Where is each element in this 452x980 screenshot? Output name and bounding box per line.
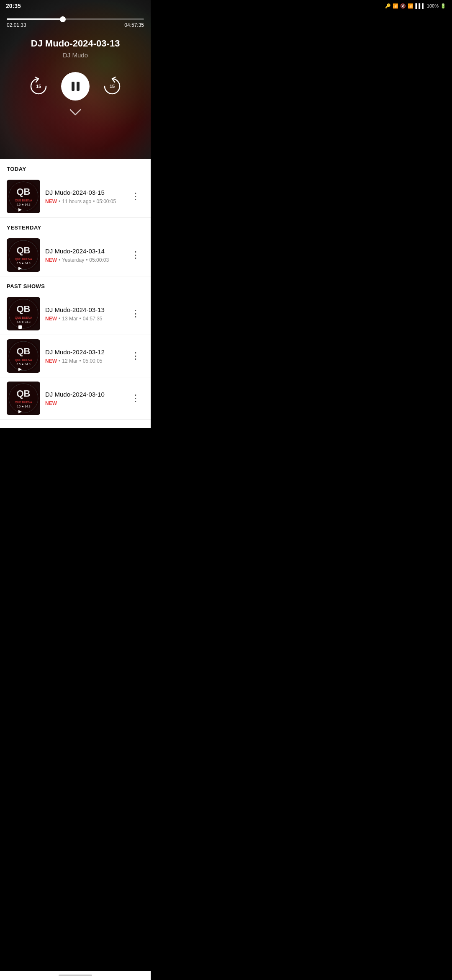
episode-title-1: DJ Mudo-2024-03-14	[45, 248, 123, 255]
episode-thumbnail-1: QB QUE BUENA 5.5 ★ 94.3	[7, 238, 40, 272]
svg-text:QB: QB	[17, 186, 31, 197]
svg-text:QB: QB	[17, 388, 31, 399]
status-time: 20:35	[6, 3, 21, 9]
pause-button[interactable]	[61, 72, 90, 101]
svg-text:QUE BUENA: QUE BUENA	[15, 316, 32, 320]
total-time: 04:57:35	[124, 22, 144, 28]
status-bar: 20:35 🔑 📶 🔇 📶 ▌▌▌ 100% 🔋	[0, 0, 151, 11]
time-ago-1: Yesterday	[62, 257, 84, 263]
episode-thumbnail-2: QB QUE BUENA 5.5 ★ 94.3	[7, 297, 40, 330]
episode-title-4: DJ Mudo-2024-03-10	[45, 391, 123, 398]
dot-sep-3a: •	[59, 358, 60, 364]
section-today: TODAY QB QUE BUENA 5.5 ★ 94.3 DJ Mudo-20…	[0, 159, 151, 218]
episode-info-4: DJ Mudo-2024-03-10 NEW	[45, 391, 123, 406]
new-badge-3: NEW	[45, 358, 57, 364]
dot-sep-1a: •	[59, 257, 60, 263]
more-menu-1[interactable]: ⋮	[128, 249, 144, 261]
new-badge-2: NEW	[45, 316, 57, 322]
episode-info-2: DJ Mudo-2024-03-13 NEW • 13 Mar • 04:57:…	[45, 306, 123, 322]
track-title: DJ Mudo-2024-03-13	[7, 38, 144, 49]
episode-item-1[interactable]: QB QUE BUENA 5.5 ★ 94.3 DJ Mudo-2024-03-…	[0, 234, 151, 276]
dot-sep-0a: •	[59, 199, 60, 204]
episode-item-4[interactable]: QB QUE BUENA 5.5 ★ 94.3 DJ Mudo-2024-03-…	[0, 377, 151, 420]
forward-button[interactable]: 15	[101, 75, 123, 97]
duration-0: 05:00:05	[96, 199, 116, 204]
dot-sep-1b: •	[86, 257, 87, 263]
section-past-shows: PAST SHOWS QB QUE BUENA 5.5 ★ 94.3 DJ Mu…	[0, 276, 151, 420]
pause-bar-right	[77, 82, 80, 91]
svg-text:5.5 ★ 94.3: 5.5 ★ 94.3	[16, 262, 30, 265]
track-info: DJ Mudo-2024-03-13 DJ Mudo	[0, 30, 151, 62]
new-badge-4: NEW	[45, 400, 57, 406]
episode-title-3: DJ Mudo-2024-03-12	[45, 348, 123, 356]
svg-text:5.5 ★ 94.3: 5.5 ★ 94.3	[16, 320, 30, 323]
progress-bar-track[interactable]	[7, 18, 144, 20]
dot-sep-0b: •	[93, 199, 95, 204]
pause-bar-left	[72, 82, 74, 91]
current-time: 02:01:33	[7, 22, 26, 28]
episode-item-0[interactable]: QB QUE BUENA 5.5 ★ 94.3 DJ Mudo-2024-03-…	[0, 175, 151, 218]
new-badge-0: NEW	[45, 199, 57, 204]
episode-title-0: DJ Mudo-2024-03-15	[45, 189, 123, 196]
rewind-button[interactable]: 15	[28, 75, 49, 97]
svg-text:QUE BUENA: QUE BUENA	[15, 258, 32, 261]
svg-text:5.5 ★ 94.3: 5.5 ★ 94.3	[16, 203, 30, 206]
track-artist: DJ Mudo	[7, 52, 144, 59]
more-menu-3[interactable]: ⋮	[128, 350, 144, 362]
episode-thumbnail-0: QB QUE BUENA 5.5 ★ 94.3	[7, 180, 40, 213]
time-ago-2: 13 Mar	[62, 316, 77, 322]
duration-1: 05:00:03	[89, 257, 109, 263]
more-menu-4[interactable]: ⋮	[128, 392, 144, 405]
svg-text:QB: QB	[17, 346, 31, 356]
player-controls: 15 15	[0, 62, 151, 104]
svg-text:QB: QB	[17, 245, 31, 255]
dot-sep-2a: •	[59, 316, 60, 322]
episode-info-0: DJ Mudo-2024-03-15 NEW • 11 hours ago • …	[45, 189, 123, 204]
section-title-past-shows: PAST SHOWS	[7, 283, 144, 289]
duration-3: 05:00:05	[83, 358, 103, 364]
duration-2: 04:57:35	[83, 316, 103, 322]
svg-text:QUE BUENA: QUE BUENA	[15, 199, 32, 202]
svg-text:15: 15	[36, 84, 41, 89]
svg-text:QUE BUENA: QUE BUENA	[15, 358, 32, 362]
progress-bar-fill	[7, 18, 63, 20]
player-section: 02:01:33 04:57:35 DJ Mudo-2024-03-13 DJ …	[0, 0, 151, 159]
svg-text:5.5 ★ 94.3: 5.5 ★ 94.3	[16, 363, 30, 366]
section-title-yesterday: YESTERDAY	[7, 224, 144, 231]
section-title-today: TODAY	[7, 166, 144, 172]
svg-rect-19	[18, 325, 22, 329]
svg-text:5.5 ★ 94.3: 5.5 ★ 94.3	[16, 405, 30, 408]
collapse-button[interactable]	[0, 104, 151, 124]
episode-title-2: DJ Mudo-2024-03-13	[45, 306, 123, 313]
progress-thumb[interactable]	[60, 16, 66, 22]
episode-info-3: DJ Mudo-2024-03-12 NEW • 12 Mar • 05:00:…	[45, 348, 123, 364]
svg-text:QB: QB	[17, 304, 31, 314]
new-badge-1: NEW	[45, 257, 57, 263]
section-yesterday: YESTERDAY QB QUE BUENA 5.5 ★ 94.3 DJ Mud…	[0, 218, 151, 276]
episode-item-2[interactable]: QB QUE BUENA 5.5 ★ 94.3 DJ Mudo-2024-03-…	[0, 293, 151, 335]
time-ago-3: 12 Mar	[62, 358, 77, 364]
svg-text:QUE BUENA: QUE BUENA	[15, 401, 32, 404]
progress-container[interactable]: 02:01:33 04:57:35	[0, 15, 151, 30]
episode-info-1: DJ Mudo-2024-03-14 NEW • Yesterday • 05:…	[45, 248, 123, 263]
svg-text:15: 15	[110, 84, 115, 89]
episode-item-3[interactable]: QB QUE BUENA 5.5 ★ 94.3 DJ Mudo-2024-03-…	[0, 335, 151, 377]
more-menu-0[interactable]: ⋮	[128, 190, 144, 203]
episode-thumbnail-4: QB QUE BUENA 5.5 ★ 94.3	[7, 382, 40, 415]
dot-sep-3b: •	[80, 358, 81, 364]
dot-sep-2b: •	[80, 316, 81, 322]
more-menu-2[interactable]: ⋮	[128, 307, 144, 320]
episodes-list: TODAY QB QUE BUENA 5.5 ★ 94.3 DJ Mudo-20…	[0, 159, 151, 428]
episode-thumbnail-3: QB QUE BUENA 5.5 ★ 94.3	[7, 339, 40, 373]
time-ago-0: 11 hours ago	[62, 199, 91, 204]
